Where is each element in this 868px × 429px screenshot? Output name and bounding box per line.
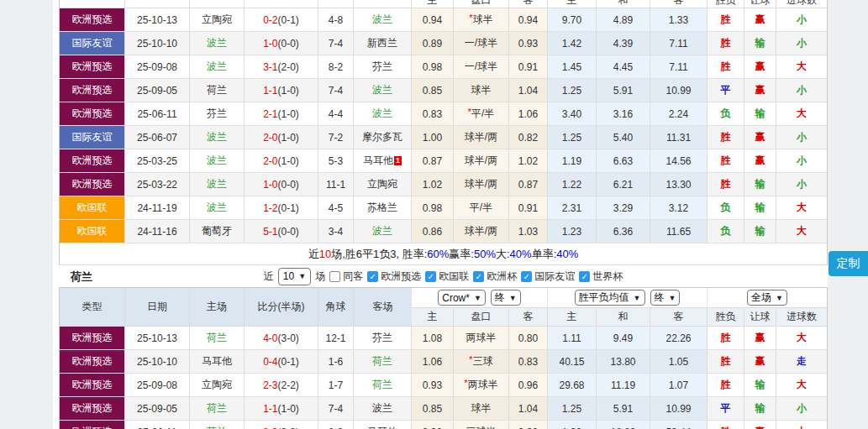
odds-source-selects-row: Crow*▼ 终▼ 胜平负均值▼ 终▼ 全场▼ xyxy=(412,288,827,308)
header-cell xyxy=(245,0,318,8)
euro-average-select[interactable]: 胜平负均值▼ xyxy=(575,290,645,306)
cell-euro-draw-odds: 4.39 xyxy=(597,32,650,55)
cell-score: 0-2(0-1) xyxy=(245,8,318,31)
league-badge: 欧洲预选 xyxy=(60,350,124,373)
header-cell: 类型 xyxy=(60,288,125,326)
scope-value: 全场 xyxy=(751,290,771,305)
cell-asian-home-odds: 0.98 xyxy=(412,55,454,78)
cell-handicap-result: 赢 xyxy=(744,350,776,373)
league-badge: 欧洲预选 xyxy=(60,327,124,349)
table-row: 欧洲预选25-09-05荷兰1-1(1-0)7-4波兰0.85球半1.041.2… xyxy=(60,397,827,421)
home-team-name: 芬兰 xyxy=(207,107,227,121)
away-team-name: 波兰 xyxy=(372,13,392,27)
cell-home-team: 马耳他 xyxy=(190,350,245,373)
cell-type: 欧洲预选 xyxy=(60,173,125,196)
filter-near-label: 近 xyxy=(264,269,274,284)
cell-date: 25-06-11 xyxy=(125,102,190,125)
cell-type: 欧洲预选 xyxy=(60,397,125,420)
cell-goals: 小 xyxy=(776,32,827,55)
cell-handicap: *两球半 xyxy=(454,374,509,396)
scope-select[interactable]: 全场▼ xyxy=(747,290,787,306)
league-badge: 国际友谊 xyxy=(60,32,124,55)
cell-euro-draw-odds: 3.16 xyxy=(597,102,650,125)
cell-type: 欧洲预选 xyxy=(60,8,125,31)
cell-euro-home-odds: 1.19 xyxy=(548,149,597,172)
table1-rows: 欧洲预选25-10-13立陶宛0-2(0-1)4-8波兰0.94*球半0.949… xyxy=(60,8,827,243)
cell-euro-home-odds: 29.68 xyxy=(548,374,597,396)
cell-result: 负 xyxy=(708,220,744,243)
cell-goals: 大 xyxy=(776,421,827,429)
cell-handicap: 球半 xyxy=(454,79,509,102)
cell-corners: 4-8 xyxy=(318,8,354,31)
filter-checkbox[interactable]: ✓ xyxy=(473,271,484,282)
summary-text: 40% xyxy=(556,248,578,260)
team-name-label: 荷兰 xyxy=(71,269,92,285)
cell-type: 欧国联 xyxy=(60,220,125,243)
cell-euro-away-odds: 7.11 xyxy=(650,32,708,55)
filter-checkbox[interactable]: ✓ xyxy=(367,271,378,282)
cell-home-team: 荷兰 xyxy=(190,421,245,429)
cell-date: 25-10-10 xyxy=(125,32,190,55)
cell-asian-home-odds: 0.85 xyxy=(412,397,454,420)
away-team-name: 苏格兰 xyxy=(367,201,397,215)
euro-period-select[interactable]: 终▼ xyxy=(650,290,681,306)
cell-asian-away-odds: 0.82 xyxy=(509,126,548,149)
cell-goals: 小 xyxy=(776,79,827,102)
cell-euro-away-odds: 1.33 xyxy=(650,8,708,31)
away-team-name: 新西兰 xyxy=(367,36,397,50)
summary-row: 近10场,胜6平1负3, 胜率:60% 赢率:50% 大:40% 单率:40% xyxy=(60,243,827,265)
cell-euro-away-odds: 1.07 xyxy=(650,374,708,396)
poland-recent-matches-table: 主盘口客主和客胜负让球进球数 欧洲预选25-10-13立陶宛0-2(0-1)4-… xyxy=(59,0,828,265)
filter-checkbox[interactable]: ✓ xyxy=(425,271,436,282)
cell-euro-home-odds: 1.45 xyxy=(548,55,597,78)
cell-asian-away-odds: 1.04 xyxy=(509,79,548,102)
header-cell: 客 xyxy=(509,0,548,8)
cell-type: 国际友谊 xyxy=(60,126,125,149)
cell-date: 25-10-10 xyxy=(125,350,190,373)
cell-euro-home-odds: 1.22 xyxy=(548,173,597,196)
away-team-name: 波兰 xyxy=(372,107,392,121)
scope-group: 全场▼ xyxy=(708,288,827,307)
cell-corners: 3-4 xyxy=(318,220,354,243)
away-team-name: 马耳他 xyxy=(367,425,397,429)
games-count-value: 10 xyxy=(283,270,294,282)
filter-checkbox-label: 世界杯 xyxy=(592,269,623,284)
cell-euro-away-odds: 2.24 xyxy=(650,102,708,125)
header-cell xyxy=(125,0,190,8)
filter-checkbox[interactable]: ✓ xyxy=(521,271,532,282)
cell-home-team: 波兰 xyxy=(190,55,245,78)
filter-checkbox[interactable]: ✓ xyxy=(579,271,590,282)
cell-score: 2-3(2-2) xyxy=(245,374,318,396)
cell-goals: 大 xyxy=(776,55,827,78)
asian-period-value: 终 xyxy=(495,290,505,305)
cell-date: 24-11-16 xyxy=(125,220,190,243)
header-cell: 主 xyxy=(548,0,597,8)
home-team-name: 立陶宛 xyxy=(202,13,232,27)
chevron-down-icon: ▼ xyxy=(634,294,641,302)
cell-handicap-result: 输 xyxy=(744,102,776,125)
games-count-select[interactable]: 10▼ xyxy=(278,268,311,285)
home-team-name: 波兰 xyxy=(207,36,227,50)
cell-home-team: 荷兰 xyxy=(190,79,245,102)
summary-text: 场,胜6平1负3, 胜率: xyxy=(331,247,427,262)
cell-euro-draw-odds: 9.49 xyxy=(597,327,650,349)
cell-asian-home-odds: 1.08 xyxy=(412,327,454,349)
chevron-down-icon: ▼ xyxy=(474,294,481,302)
header-cell: 客 xyxy=(650,308,708,326)
header-cell xyxy=(318,0,354,8)
home-team-name: 波兰 xyxy=(207,201,227,215)
filter-checkbox[interactable] xyxy=(329,271,340,282)
bookmaker-select[interactable]: Crow*▼ xyxy=(438,290,486,306)
asian-odds-period-select[interactable]: 终▼ xyxy=(491,290,521,306)
filter-controls: 近 10▼ 场 同客✓欧洲预选✓欧国联✓欧洲杯✓国际友谊✓世界杯 xyxy=(59,265,828,287)
customize-button[interactable]: 定制 xyxy=(829,251,868,276)
cell-score: 2-1(1-0) xyxy=(245,102,318,125)
cell-date: 25-09-05 xyxy=(125,397,190,420)
cell-score: 1-0(0-0) xyxy=(245,173,318,196)
cell-euro-draw-odds: 6.21 xyxy=(597,173,650,196)
cell-away-team: 苏格兰 xyxy=(354,196,412,219)
table-row: 欧洲预选25-10-13立陶宛0-2(0-1)4-8波兰0.94*球半0.949… xyxy=(60,8,827,32)
cell-score: 1-2(0-1) xyxy=(245,196,318,219)
cell-asian-home-odds: 0.90 xyxy=(412,421,454,429)
header-cell: 主 xyxy=(548,308,597,326)
